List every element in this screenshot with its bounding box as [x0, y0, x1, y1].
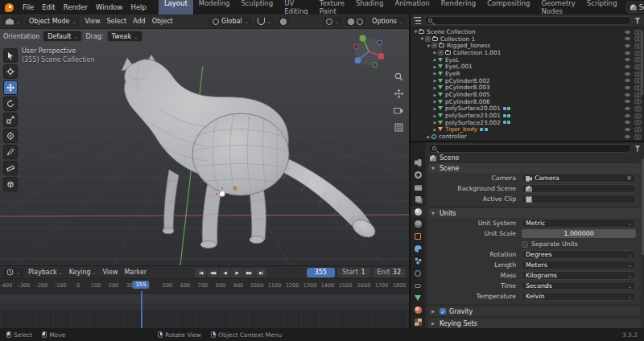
timeline-menu-item[interactable]: Playback ⌄	[25, 267, 66, 277]
disclosure-right-icon[interactable]: ▶	[432, 92, 438, 97]
timeline-ruler[interactable]: -400-300-200-100010020030050060070080090…	[0, 278, 409, 291]
snap-toggle[interactable]: ⌄	[254, 17, 275, 27]
outliner-row[interactable]: ▼ ▶ ✓ Scene Collection	[411, 28, 644, 35]
checkbox[interactable]	[522, 241, 528, 248]
outliner-row[interactable]: ▼ ▶ ✓ polySurface23.001	[411, 112, 644, 119]
disable-in-render-icon[interactable]	[634, 105, 642, 112]
properties-tab[interactable]	[411, 268, 425, 279]
properties-tab[interactable]	[411, 182, 425, 193]
panel-checkbox[interactable]: ✓	[440, 308, 446, 314]
outliner-row[interactable]: ▼ ▶ ✓ polySurface23.002	[411, 119, 644, 126]
scale-tool[interactable]	[3, 113, 18, 127]
disclosure-right-icon[interactable]: ▶	[432, 85, 438, 90]
proportional-editing-toggle[interactable]	[277, 17, 290, 26]
toggle-projection-icon[interactable]	[393, 121, 404, 133]
timeline-menu-item[interactable]: View ⌄	[99, 267, 121, 277]
zoom-icon[interactable]	[393, 71, 404, 82]
checkbox-field[interactable]: Separate Units	[522, 240, 636, 249]
editor-type-button[interactable]: ⌄	[2, 17, 23, 26]
outliner-scrollbar[interactable]	[641, 31, 643, 95]
outliner-row[interactable]: ▼ ▶ ✓ Rigged_lioness	[411, 42, 644, 49]
viewport-menu-item[interactable]: Select	[103, 16, 130, 27]
disclosure-right-icon[interactable]: ▶	[432, 99, 438, 104]
disclosure-right-icon[interactable]: ▶	[432, 64, 438, 69]
transport-button[interactable]: ▶▶	[243, 268, 254, 277]
overlays-toggle[interactable]: ⌄	[323, 17, 342, 26]
scene-selector[interactable]: Scene ×	[626, 2, 644, 13]
properties-tab[interactable]	[411, 280, 425, 291]
outliner-editor-icon[interactable]	[414, 17, 421, 24]
viewport-menu-item[interactable]: Object	[149, 16, 176, 27]
transport-button[interactable]: ◀	[219, 268, 230, 277]
hide-in-viewport-icon[interactable]	[624, 126, 631, 133]
playhead[interactable]	[141, 291, 142, 328]
object-field[interactable]: ×	[522, 184, 636, 193]
outliner-row[interactable]: ▼ ▶ ✓ EyeR	[411, 70, 644, 77]
outliner-row[interactable]: ▼ ▶ ✓ Collection 1	[411, 35, 644, 43]
menu-item[interactable]: Render	[60, 2, 92, 13]
object-field[interactable]: Camera ×	[522, 174, 636, 183]
viewport-canvas[interactable]: Orientation Default⌄ Drag: Tweak⌄ User P…	[0, 29, 409, 265]
hide-in-viewport-icon[interactable]	[624, 84, 631, 91]
orientation-dropdown[interactable]: Default⌄	[43, 31, 82, 42]
dropdown-field[interactable]: Kelvin⌄	[522, 292, 636, 301]
scene-panel-header[interactable]: ▼Scene	[428, 163, 641, 173]
properties-tab[interactable]	[411, 157, 425, 168]
properties-tab[interactable]	[411, 304, 425, 315]
blender-logo-icon[interactable]	[5, 3, 14, 12]
disclosure-right-icon[interactable]: ▶	[432, 106, 438, 111]
rotate-tool[interactable]	[3, 97, 18, 111]
disclosure-down-icon[interactable]: ▼	[413, 29, 419, 34]
collapsed-panel-header[interactable]: ▶ ✓ Gravity	[428, 306, 641, 316]
disclosure-right-icon[interactable]: ▶	[432, 120, 438, 125]
frame-end-field[interactable]: End32	[373, 268, 406, 277]
current-frame-field[interactable]: 355	[307, 268, 335, 277]
drag-dropdown[interactable]: Tweak⌄	[107, 31, 143, 42]
disable-in-render-icon[interactable]	[634, 98, 642, 105]
viewport-menu-item[interactable]: Add	[130, 16, 149, 27]
outliner-row[interactable]: ▼ ▶ ✓ Collection 1.001	[411, 49, 644, 56]
timeline-editor-type-button[interactable]: ⌄	[3, 268, 23, 277]
properties-tab[interactable]	[411, 255, 425, 266]
transform-tool[interactable]	[3, 129, 18, 143]
collection-checkbox[interactable]: ✓	[438, 50, 444, 55]
properties-tab[interactable]	[411, 243, 425, 254]
hide-in-viewport-icon[interactable]	[624, 134, 631, 140]
hide-in-viewport-icon[interactable]	[624, 113, 631, 119]
properties-tab[interactable]	[411, 231, 425, 242]
disable-in-render-icon[interactable]	[634, 119, 642, 125]
hide-in-viewport-icon[interactable]	[624, 64, 631, 70]
transport-button[interactable]: ▶|	[255, 268, 266, 277]
disclosure-right-icon[interactable]: ▶	[432, 71, 438, 76]
collection-checkbox[interactable]: ✓	[431, 43, 437, 48]
transport-button[interactable]: ◀◀	[207, 268, 218, 277]
dropdown-field[interactable]: Meters⌄	[522, 261, 636, 269]
outliner-search-input[interactable]	[424, 16, 631, 25]
current-frame-indicator[interactable]: 355	[132, 281, 149, 289]
dropdown-field[interactable]: Metric⌄	[522, 219, 636, 228]
cursor-tool[interactable]	[3, 64, 18, 79]
menu-item[interactable]: Edit	[38, 2, 59, 13]
hide-in-viewport-icon[interactable]	[624, 35, 631, 42]
disable-in-render-icon[interactable]	[634, 134, 642, 140]
timeline-tracks[interactable]	[0, 291, 409, 328]
hide-in-viewport-icon[interactable]	[624, 71, 631, 77]
menu-item[interactable]: Help	[126, 2, 150, 13]
outliner-row[interactable]: ▼ ▶ ✓ controller	[411, 133, 644, 140]
hide-in-viewport-icon[interactable]	[624, 98, 631, 105]
properties-tab[interactable]	[411, 194, 425, 205]
hide-in-viewport-icon[interactable]	[624, 43, 631, 49]
dropdown-field[interactable]: Kilograms⌄	[522, 271, 636, 280]
disable-in-render-icon[interactable]	[634, 113, 642, 119]
disclosure-right-icon[interactable]: ▶	[432, 78, 438, 83]
viewport-3d-scene[interactable]	[0, 29, 409, 265]
viewport-menu-item[interactable]: View	[81, 16, 103, 27]
disclosure-down-icon[interactable]: ▼	[426, 43, 431, 48]
outliner-row[interactable]: ▼ ▶ ✓ polySurface20.001	[411, 105, 644, 113]
outliner-row[interactable]: ▼ ▶ ✓ pCylinder8.003	[411, 84, 644, 92]
collapsed-panel-header[interactable]: ▶ ✓ Keying Sets	[428, 318, 641, 328]
collection-checkbox[interactable]: ✓	[425, 36, 431, 42]
pan-icon[interactable]	[393, 88, 404, 99]
dropdown-field[interactable]: Degrees⌄	[522, 250, 636, 259]
move-tool[interactable]	[3, 80, 18, 95]
